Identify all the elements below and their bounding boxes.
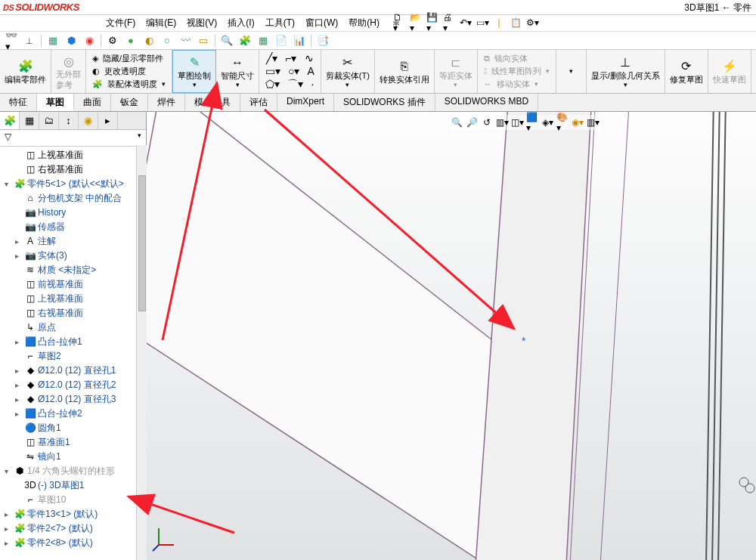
tree-node[interactable]: ▾🧩零件5<1> (默认<<默认> <box>0 177 146 191</box>
tree-node[interactable]: ◫右视基准面 <box>0 306 146 320</box>
edit-appearance-icon[interactable]: 🎨▾ <box>556 116 569 128</box>
circle-icon[interactable]: ○ <box>160 34 174 48</box>
menu-tools[interactable]: 工具(T) <box>265 17 295 29</box>
undo-icon[interactable]: ↶▾ <box>460 17 472 29</box>
tree-node[interactable]: 📷传感器 <box>0 220 146 234</box>
sheet-icon[interactable]: ▭ <box>197 34 210 48</box>
open-icon[interactable]: 📂▾ <box>410 17 422 29</box>
tree-node[interactable]: ▸🟦凸台-拉伸1 <box>0 335 146 349</box>
assembly-icon[interactable]: ◐ <box>142 34 156 48</box>
spline-tool-icon[interactable]: ∿ <box>305 52 314 65</box>
corner-tool-icon[interactable]: ⌐▾ <box>285 52 296 65</box>
view-settings-icon[interactable]: ▥▾ <box>587 116 599 128</box>
feature-tree-tab[interactable]: 🧩 <box>0 112 20 129</box>
tree-node[interactable]: ◫上视基准面 <box>0 148 146 162</box>
zoom-fit-icon[interactable]: 🔍 <box>451 116 463 128</box>
tree-node[interactable]: ▸🧩零件2<7> (默认) <box>0 521 146 536</box>
rebuild-icon[interactable]: ❘ <box>493 17 505 29</box>
prev-view-icon[interactable]: ↺ <box>481 116 493 128</box>
tab-mbd[interactable]: SOLIDWORKS MBD <box>435 94 538 111</box>
section-icon[interactable]: ▥▾ <box>496 116 508 128</box>
tree-node[interactable]: ▸🧩零件2<8> (默认) <box>0 536 146 550</box>
tree-node[interactable]: ▾⬢1/4 六角头螺钉的柱形 <box>0 464 146 478</box>
move-button[interactable]: ↔移动实体▾ <box>481 78 541 91</box>
view-icon[interactable]: ⬢ <box>64 34 78 48</box>
spline-icon[interactable]: 〰 <box>178 34 192 48</box>
dim-tab[interactable]: ↕ <box>59 112 79 129</box>
tree-node[interactable]: ⌐草图2 <box>0 349 146 364</box>
tab-dimxpert[interactable]: DimXpert <box>277 94 334 111</box>
edit-part-button[interactable]: 🧩 编辑零部件 <box>0 50 51 93</box>
zoom-area-icon[interactable]: 🔎 <box>466 116 478 128</box>
tree-scrollbar[interactable] <box>136 145 147 560</box>
tab-addins[interactable]: SOLIDWORKS 插件 <box>334 94 435 111</box>
menu-window[interactable]: 窗口(W) <box>305 17 338 29</box>
mirror-button[interactable]: ⧉镜向实体 <box>481 52 531 65</box>
menu-insert[interactable]: 插入(I) <box>228 17 254 29</box>
assembly2-icon[interactable]: 🧩 <box>238 34 252 48</box>
tree-node[interactable]: ◫前视基准面 <box>0 277 146 292</box>
property-tab[interactable]: ▦ <box>20 112 39 129</box>
tree-node[interactable]: ⌐草图10 <box>0 493 146 507</box>
glasses-icon[interactable]: 👓▾ <box>5 34 18 48</box>
tree-node[interactable]: ⇋镜向1 <box>0 450 146 464</box>
point-tool-icon[interactable]: · <box>311 78 314 91</box>
report-icon[interactable]: 📊 <box>293 34 306 48</box>
gear-icon[interactable]: ⚙ <box>106 34 119 48</box>
display-tab[interactable]: ◉ <box>79 112 98 129</box>
tree-node[interactable]: 3D(-) 3D草图1 <box>0 478 146 493</box>
config-tab[interactable]: 🗂 <box>39 112 59 129</box>
hide-show-button[interactable]: ◈隐藏/显示零部件 <box>89 52 166 65</box>
arc-tool-icon[interactable]: ⌒▾ <box>287 78 303 91</box>
filter-dropdown[interactable]: ▽▾ <box>0 130 146 147</box>
tree-node[interactable]: ▸🟦凸台-拉伸2 <box>0 407 146 421</box>
tree-node[interactable]: ▸🧩零件13<1> (默认) <box>0 507 146 521</box>
bom-icon[interactable]: 📑 <box>316 34 330 48</box>
reference-icon[interactable]: ⟂ <box>23 34 36 48</box>
smart-dimension-button[interactable]: ↔ 智能尺寸 ▾ <box>216 50 259 93</box>
tree-node[interactable]: ↳原点 <box>0 320 146 335</box>
tab-sheetmetal[interactable]: 钣金 <box>111 94 148 111</box>
pattern-button[interactable]: ⦙⦙线性草图阵列▾ <box>481 65 553 78</box>
quick-sketch-button[interactable]: ⚡ 快速草图 <box>708 50 751 93</box>
tree-node[interactable]: ◫上视基准面 <box>0 292 146 306</box>
part-icon[interactable]: ● <box>124 34 138 48</box>
tree-node[interactable]: ≋材质 <未指定> <box>0 263 146 277</box>
settings-icon[interactable]: ⚙▾ <box>526 17 538 29</box>
tree-node[interactable]: ▸📷实体(3) <box>0 249 146 263</box>
trim-button[interactable]: ✂ 剪裁实体(T) ▾ <box>321 50 375 93</box>
transparency-button[interactable]: ◐更改透明度 <box>89 65 149 78</box>
select-icon[interactable]: ▭▾ <box>476 17 488 29</box>
offset-button[interactable]: ⊏ 等距实体 ▾ <box>435 50 478 93</box>
display-icon[interactable]: ▦ <box>46 34 60 48</box>
new-icon[interactable]: 🗋▾ <box>393 17 405 29</box>
appearance-icon[interactable]: ◉ <box>82 34 96 48</box>
print-icon[interactable]: 🖨▾ <box>443 17 455 29</box>
tree-node[interactable]: ◫基准面1 <box>0 435 146 450</box>
orientation-icon[interactable]: ◫▾ <box>511 116 523 128</box>
convert-button[interactable]: ⎘ 转换实体引用 <box>375 50 435 93</box>
graphics-viewport[interactable]: * 🔍 🔎 ↺ ▥▾ ◫▾ 🟦▾ ◈▾ 🎨▾ ◉▾ ▥▾ <box>147 112 756 560</box>
assembly-transparency-button[interactable]: 🧩装配体透明度▾ <box>89 78 169 91</box>
hide-show-types-icon[interactable]: ◈▾ <box>541 116 553 128</box>
doc-icon[interactable]: 📄 <box>274 34 288 48</box>
measure-icon[interactable]: 🔍 <box>220 34 234 48</box>
tree-node[interactable]: ▸◆Ø12.0 (12) 直径孔2 <box>0 378 146 392</box>
menu-file[interactable]: 文件(F) <box>106 17 135 29</box>
ext-ref-button[interactable]: ◎ 无外部 参考 <box>51 50 86 93</box>
tab-feature[interactable]: 特征 <box>0 94 37 111</box>
excel-icon[interactable]: ▦ <box>256 34 270 48</box>
rect-tool-icon[interactable]: ▭▾ <box>265 65 280 78</box>
menu-view[interactable]: 视图(V) <box>187 17 217 29</box>
tab-weldment[interactable]: 焊件 <box>148 94 185 111</box>
line-tool-icon[interactable]: ╱▾ <box>266 52 277 65</box>
tree-node[interactable]: 🔵圆角1 <box>0 421 146 435</box>
repair-sketch-button[interactable]: ⟳ 修复草图 <box>665 50 708 93</box>
tree-node[interactable]: ▸A注解 <box>0 234 146 249</box>
save-icon[interactable]: 💾▾ <box>426 17 438 29</box>
polygon-tool-icon[interactable]: ⬠▾ <box>265 78 280 91</box>
circle-tool-icon[interactable]: ○▾ <box>288 65 299 78</box>
feature-tree[interactable]: ◫上视基准面◫右视基准面▾🧩零件5<1> (默认<<默认>⌂分包机支架 中的配合… <box>0 147 146 560</box>
sketch-button[interactable]: ✎ 草图绘制 ▾ <box>172 50 216 93</box>
tree-node[interactable]: ◫右视基准面 <box>0 162 146 177</box>
